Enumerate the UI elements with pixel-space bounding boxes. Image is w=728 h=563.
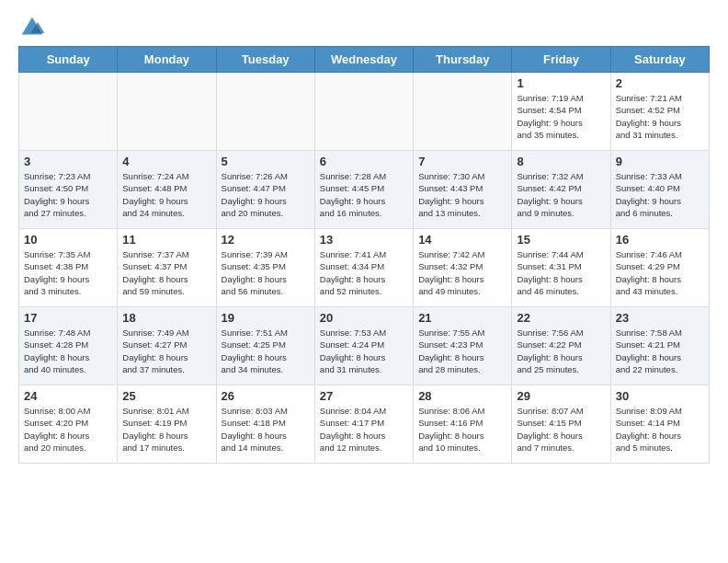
day-info: Sunrise: 7:24 AM Sunset: 4:48 PM Dayligh… (122, 170, 210, 219)
day-number: 9 (616, 155, 704, 168)
header-thursday: Thursday (414, 47, 512, 73)
table-row: 30Sunrise: 8:09 AM Sunset: 4:14 PM Dayli… (610, 385, 709, 464)
day-number: 20 (320, 311, 408, 325)
day-info: Sunrise: 7:21 AM Sunset: 4:52 PM Dayligh… (616, 92, 704, 141)
table-row: 19Sunrise: 7:51 AM Sunset: 4:25 PM Dayli… (216, 307, 314, 385)
day-info: Sunrise: 8:06 AM Sunset: 4:16 PM Dayligh… (418, 405, 506, 454)
table-row: 21Sunrise: 7:55 AM Sunset: 4:23 PM Dayli… (414, 307, 512, 385)
day-info: Sunrise: 7:55 AM Sunset: 4:23 PM Dayligh… (418, 327, 506, 375)
day-number: 4 (122, 155, 210, 168)
day-number: 10 (24, 233, 112, 247)
day-info: Sunrise: 7:48 AM Sunset: 4:28 PM Dayligh… (24, 327, 112, 375)
day-info: Sunrise: 7:33 AM Sunset: 4:40 PM Dayligh… (616, 170, 704, 219)
header-sunday: Sunday (19, 47, 118, 73)
day-number: 23 (616, 311, 704, 325)
logo-icon (18, 14, 46, 41)
calendar-table: Sunday Monday Tuesday Wednesday Thursday… (18, 46, 710, 464)
calendar-week-row: 10Sunrise: 7:35 AM Sunset: 4:38 PM Dayli… (19, 229, 710, 307)
day-info: Sunrise: 7:39 AM Sunset: 4:35 PM Dayligh… (222, 248, 310, 297)
table-row: 27Sunrise: 8:04 AM Sunset: 4:17 PM Dayli… (314, 385, 413, 464)
day-info: Sunrise: 7:41 AM Sunset: 4:34 PM Dayligh… (320, 248, 408, 297)
table-row: 20Sunrise: 7:53 AM Sunset: 4:24 PM Dayli… (314, 307, 413, 385)
day-info: Sunrise: 7:51 AM Sunset: 4:25 PM Dayligh… (222, 327, 310, 375)
table-row: 28Sunrise: 8:06 AM Sunset: 4:16 PM Dayli… (414, 385, 512, 464)
day-number: 6 (320, 155, 408, 168)
day-number: 15 (517, 233, 605, 247)
day-number: 7 (418, 155, 506, 168)
header-monday: Monday (118, 47, 216, 73)
day-info: Sunrise: 7:32 AM Sunset: 4:42 PM Dayligh… (517, 170, 605, 219)
table-row: 15Sunrise: 7:44 AM Sunset: 4:31 PM Dayli… (512, 229, 610, 307)
calendar-week-row: 3Sunrise: 7:23 AM Sunset: 4:50 PM Daylig… (19, 151, 710, 229)
day-info: Sunrise: 8:04 AM Sunset: 4:17 PM Dayligh… (320, 405, 408, 454)
table-row: 3Sunrise: 7:23 AM Sunset: 4:50 PM Daylig… (19, 151, 118, 229)
table-row: 12Sunrise: 7:39 AM Sunset: 4:35 PM Dayli… (216, 229, 314, 307)
day-info: Sunrise: 7:19 AM Sunset: 4:54 PM Dayligh… (517, 92, 605, 141)
day-number: 25 (122, 389, 210, 403)
table-row: 11Sunrise: 7:37 AM Sunset: 4:37 PM Dayli… (118, 229, 216, 307)
day-number: 29 (517, 389, 605, 403)
day-info: Sunrise: 8:07 AM Sunset: 4:15 PM Dayligh… (517, 405, 605, 454)
table-row: 13Sunrise: 7:41 AM Sunset: 4:34 PM Dayli… (314, 229, 413, 307)
day-info: Sunrise: 7:53 AM Sunset: 4:24 PM Dayligh… (320, 327, 408, 375)
table-row: 10Sunrise: 7:35 AM Sunset: 4:38 PM Dayli… (19, 229, 118, 307)
table-row: 6Sunrise: 7:28 AM Sunset: 4:45 PM Daylig… (314, 151, 413, 229)
table-row: 4Sunrise: 7:24 AM Sunset: 4:48 PM Daylig… (118, 151, 216, 229)
page-container: Sunday Monday Tuesday Wednesday Thursday… (0, 0, 728, 473)
day-number: 16 (616, 233, 704, 247)
header-tuesday: Tuesday (216, 47, 314, 73)
table-row: 18Sunrise: 7:49 AM Sunset: 4:27 PM Dayli… (118, 307, 216, 385)
table-row (19, 73, 118, 151)
page-header (0, 0, 728, 46)
day-info: Sunrise: 7:26 AM Sunset: 4:47 PM Dayligh… (222, 170, 310, 219)
day-number: 21 (418, 311, 506, 325)
day-info: Sunrise: 7:44 AM Sunset: 4:31 PM Dayligh… (517, 248, 605, 297)
day-number: 12 (222, 233, 310, 247)
table-row: 17Sunrise: 7:48 AM Sunset: 4:28 PM Dayli… (19, 307, 118, 385)
table-row: 14Sunrise: 7:42 AM Sunset: 4:32 PM Dayli… (414, 229, 512, 307)
day-info: Sunrise: 7:35 AM Sunset: 4:38 PM Dayligh… (24, 248, 112, 297)
day-number: 27 (320, 389, 408, 403)
day-number: 3 (24, 155, 112, 168)
table-row: 22Sunrise: 7:56 AM Sunset: 4:22 PM Dayli… (512, 307, 610, 385)
day-info: Sunrise: 7:46 AM Sunset: 4:29 PM Dayligh… (616, 248, 704, 297)
day-info: Sunrise: 8:01 AM Sunset: 4:19 PM Dayligh… (122, 405, 210, 454)
day-number: 17 (24, 311, 112, 325)
day-number: 24 (24, 389, 112, 403)
day-number: 5 (222, 155, 310, 168)
day-number: 28 (418, 389, 506, 403)
day-number: 1 (517, 76, 605, 90)
day-number: 22 (517, 311, 605, 325)
table-row (118, 73, 216, 151)
day-number: 26 (222, 389, 310, 403)
day-number: 19 (222, 311, 310, 325)
day-number: 13 (320, 233, 408, 247)
table-row: 23Sunrise: 7:58 AM Sunset: 4:21 PM Dayli… (610, 307, 709, 385)
day-info: Sunrise: 7:42 AM Sunset: 4:32 PM Dayligh… (418, 248, 506, 297)
day-number: 18 (122, 311, 210, 325)
day-info: Sunrise: 7:37 AM Sunset: 4:37 PM Dayligh… (122, 248, 210, 297)
table-row: 2Sunrise: 7:21 AM Sunset: 4:52 PM Daylig… (610, 73, 709, 151)
table-row: 25Sunrise: 8:01 AM Sunset: 4:19 PM Dayli… (118, 385, 216, 464)
calendar-wrapper: Sunday Monday Tuesday Wednesday Thursday… (0, 46, 728, 473)
table-row: 26Sunrise: 8:03 AM Sunset: 4:18 PM Dayli… (216, 385, 314, 464)
header-saturday: Saturday (610, 47, 709, 73)
table-row (216, 73, 314, 151)
header-friday: Friday (512, 47, 610, 73)
table-row: 8Sunrise: 7:32 AM Sunset: 4:42 PM Daylig… (512, 151, 610, 229)
day-info: Sunrise: 7:30 AM Sunset: 4:43 PM Dayligh… (418, 170, 506, 219)
day-info: Sunrise: 7:58 AM Sunset: 4:21 PM Dayligh… (616, 327, 704, 375)
day-info: Sunrise: 7:56 AM Sunset: 4:22 PM Dayligh… (517, 327, 605, 375)
table-row: 24Sunrise: 8:00 AM Sunset: 4:20 PM Dayli… (19, 385, 118, 464)
calendar-header-row: Sunday Monday Tuesday Wednesday Thursday… (19, 47, 710, 73)
day-number: 14 (418, 233, 506, 247)
table-row: 1Sunrise: 7:19 AM Sunset: 4:54 PM Daylig… (512, 73, 610, 151)
header-wednesday: Wednesday (314, 47, 413, 73)
table-row: 5Sunrise: 7:26 AM Sunset: 4:47 PM Daylig… (216, 151, 314, 229)
day-number: 30 (616, 389, 704, 403)
day-info: Sunrise: 7:28 AM Sunset: 4:45 PM Dayligh… (320, 170, 408, 219)
day-info: Sunrise: 7:49 AM Sunset: 4:27 PM Dayligh… (122, 327, 210, 375)
calendar-week-row: 1Sunrise: 7:19 AM Sunset: 4:54 PM Daylig… (19, 73, 710, 151)
calendar-week-row: 24Sunrise: 8:00 AM Sunset: 4:20 PM Dayli… (19, 385, 710, 464)
day-info: Sunrise: 8:03 AM Sunset: 4:18 PM Dayligh… (222, 405, 310, 454)
